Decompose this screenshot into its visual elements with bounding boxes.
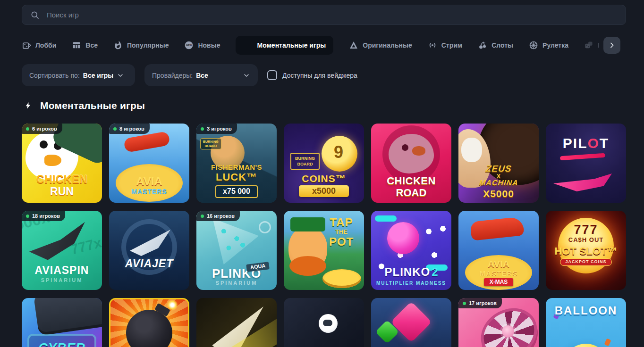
game-title-line: O [588, 136, 600, 151]
game-tile-aviajet[interactable]: AVIAJET [109, 211, 189, 290]
game-tile-cyber[interactable]: CYBER [22, 298, 102, 347]
game-title-line: MASTERS [480, 270, 517, 277]
tile-art [559, 344, 612, 347]
game-logo: TAPTHEPOT [321, 216, 362, 248]
tile-art [319, 314, 338, 333]
game-logo: CYBER [22, 341, 102, 347]
game-title-line: AVIASPIN [35, 264, 89, 276]
game-tile-balloon[interactable]: BALLOON [546, 298, 626, 347]
tile-art [502, 325, 514, 338]
wager-filter[interactable]: Доступны для вейджера [267, 70, 357, 80]
originals-icon [349, 41, 358, 50]
game-title-line: x75 000 [215, 185, 258, 198]
game-title-line: ZEUS [485, 164, 512, 174]
game-title-line: COINS™ [302, 174, 346, 184]
game-title-line: SPINARIUM [41, 278, 83, 283]
game-tile-jackpot-bomb[interactable]: JACKPOT [109, 298, 189, 347]
game-tile-fishermans-luck[interactable]: FISHERMAN'SLUCK™x75 000 3 игроков BURNIN… [196, 124, 277, 203]
games-grid: CHICKENRUN 6 игроков AVIAMASTERS 8 игрок… [22, 124, 626, 347]
tab-originals[interactable]: Оригинальные [349, 36, 412, 55]
sort-value: Все игры [83, 72, 114, 79]
game-tile-tap-the-pot[interactable]: TAPTHEPOT [284, 211, 364, 290]
players-badge: 18 игроков [22, 211, 65, 221]
game-logo: FISHERMAN'SLUCK™x75 000 [196, 164, 277, 198]
players-badge: 17 игроков [458, 298, 502, 308]
game-tile-indiana-mines[interactable]: INDIANAMINES [371, 298, 451, 347]
cherries-icon [478, 41, 487, 50]
game-title-line: CHICKEN [387, 175, 436, 186]
wager-checkbox[interactable] [267, 70, 277, 80]
tab-instant[interactable]: Моментальные игры [236, 36, 333, 55]
tab-label: Все [85, 41, 98, 49]
game-title-line: HOT SLOT™ [554, 246, 617, 256]
tile-art [375, 215, 397, 222]
tab-slots[interactable]: Слоты [478, 36, 513, 55]
tab-popular[interactable]: Популярные [113, 36, 169, 55]
online-dot [113, 127, 117, 131]
tab-label: Слоты [491, 41, 513, 49]
tile-tag: BURNING BOARD [200, 138, 221, 149]
tab-roulette[interactable]: Рулетка [529, 36, 568, 55]
tile-tag: BURNING BOARD [290, 153, 320, 170]
tab-new[interactable]: Новые [184, 36, 220, 55]
game-tile-chicken-run[interactable]: CHICKENRUN 6 игроков [22, 124, 102, 203]
sort-dropdown[interactable]: Сортировать по: Все игры [22, 64, 135, 86]
tab-label: Моментальные игры [257, 41, 326, 49]
tile-art [390, 301, 432, 343]
game-tile-pilot[interactable]: PILOT [546, 124, 626, 203]
new-icon [184, 41, 194, 50]
players-count-label: 8 игроков [119, 126, 144, 132]
game-tile-plinko-aqua[interactable]: AQUAPLINKOSPINARIUM 16 игроков [196, 211, 277, 290]
game-logo: AVIAJET [109, 258, 189, 269]
game-title-line: MACHINA [479, 179, 518, 187]
online-dot [26, 215, 29, 218]
game-logo: PILOT [546, 136, 626, 151]
tile-art [553, 174, 612, 191]
game-tile-nine-coins[interactable]: COINS™x5000 BURNING BOARD9 [284, 124, 364, 203]
game-tile-chicken-road[interactable]: CHICKENROAD [371, 124, 451, 203]
flame-icon [113, 41, 123, 50]
filters-row: Сортировать по: Все игры Провайдеры: Все… [22, 64, 357, 86]
players-badge: 16 игроков [196, 211, 240, 221]
game-title-line: FISHERMAN'S [211, 164, 262, 171]
game-logo: CHICKENROAD [371, 175, 451, 198]
game-logo: CHICKENRUN [22, 174, 102, 197]
tab-all[interactable]: Все [72, 36, 98, 55]
chevron-down-icon [117, 72, 124, 79]
dice-icon [584, 41, 593, 50]
tab-label: Крэпс [598, 41, 599, 49]
tab-lobby[interactable]: Лобби [22, 36, 56, 55]
game-tile-space-rider[interactable] [284, 298, 364, 347]
providers-dropdown[interactable]: Провайдеры: Все [144, 64, 258, 86]
tabs-scroll-right-button[interactable] [603, 37, 620, 54]
game-tile-avia-masters-xmas[interactable]: AVIAMASTERSX-MAS [458, 211, 539, 290]
game-title-line: X5000 [483, 189, 514, 199]
tab-craps[interactable]: Крэпс [584, 36, 599, 55]
game-title-line: AVIAJET [125, 258, 173, 269]
game-title-line: T [600, 136, 609, 151]
search-input[interactable] [46, 10, 618, 19]
lightning-icon [243, 41, 253, 50]
game-tile-aviaspin[interactable]: AVIASPINSPINARIUM 18 игроков 500x777x [22, 211, 102, 290]
tab-label: Лобби [35, 41, 56, 49]
game-tile-hot-slot[interactable]: 777CA$H OUTHOT SLOT™JACKPOT COINS [546, 211, 626, 290]
game-title-line: x5000 [299, 185, 349, 197]
game-tile-plinko-2[interactable]: PLINKO2MULTIPLIER MADNESS [371, 211, 451, 290]
players-badge: 8 игроков [109, 124, 150, 134]
chevron-down-icon [243, 72, 250, 79]
tile-art [123, 131, 170, 153]
game-logo: COINS™x5000 [284, 174, 364, 197]
tile-art [259, 221, 271, 233]
tile-art [322, 269, 361, 288]
online-dot [463, 302, 466, 305]
game-title-line: TAP [330, 216, 353, 228]
game-title-line: X-MAS [484, 278, 514, 286]
game-tile-zeus-x-machina[interactable]: ZEUSXMACHINAX5000 [458, 124, 539, 203]
players-badge: 6 игроков [22, 124, 62, 134]
sort-label: Сортировать по: [29, 72, 80, 79]
game-tile-avia-masters[interactable]: AVIAMASTERS 8 игроков [109, 124, 189, 203]
tab-stream[interactable]: Стрим [428, 36, 462, 55]
search-icon [30, 10, 40, 20]
game-tile-pink-roulette[interactable]: 17 игроков [458, 298, 539, 347]
game-tile-yellow-jet[interactable] [196, 298, 277, 347]
